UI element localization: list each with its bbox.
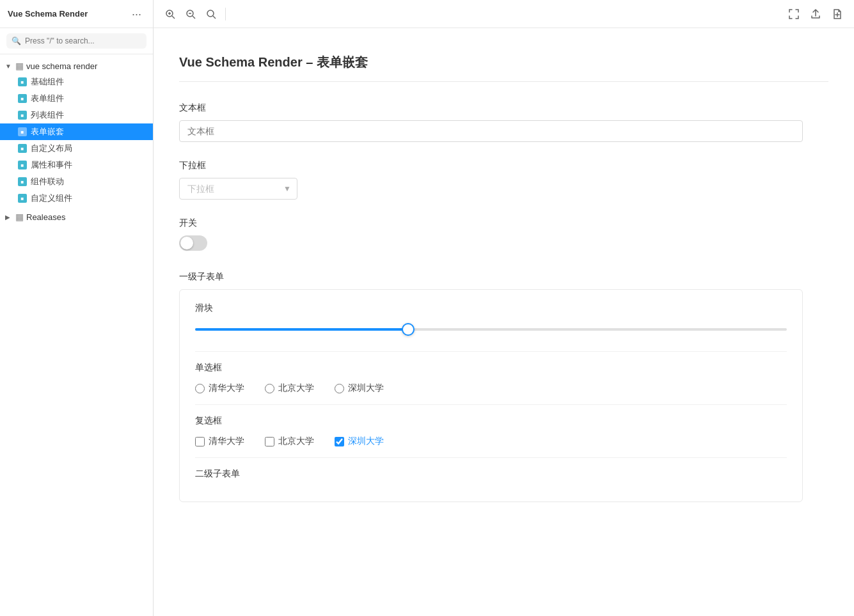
slider-fill (195, 328, 408, 331)
nested-sub-form-label: 二级子表单 (195, 468, 787, 480)
slider-label: 滑块 (195, 303, 787, 314)
sidebar-item-props-events[interactable]: ■ 属性和事件 (0, 157, 153, 173)
zoom-out-button[interactable] (182, 6, 200, 22)
sidebar-item-label-custom-layout: 自定义布局 (31, 143, 72, 154)
expand-icon: ▼ (5, 63, 13, 70)
checkbox-label: 复选框 (195, 415, 787, 427)
share-icon (811, 9, 821, 19)
toggle-section: 开关 (179, 217, 828, 253)
zoom-in-button[interactable] (161, 6, 179, 22)
slider-container (195, 323, 787, 336)
export-icon (832, 9, 842, 19)
nav-group-header-vue[interactable]: ▼ ▦ vue schema render (0, 58, 153, 74)
checkbox-section: 复选框 清华大学 北京大学 深圳大学 (195, 415, 787, 447)
sidebar-more-button[interactable]: ··· (128, 7, 145, 21)
item-icon-basic: ■ (18, 77, 27, 86)
item-icon-list: ■ (18, 111, 27, 120)
slider-divider (195, 351, 787, 352)
nav-group-header-realeases[interactable]: ▶ ▦ Realeases (0, 209, 153, 225)
radio-input-2[interactable] (335, 384, 344, 393)
checkbox-input-2[interactable] (335, 437, 344, 446)
page-title: Vue Schema Render – 表单嵌套 (179, 54, 828, 71)
checkbox-option-0[interactable]: 清华大学 (195, 436, 244, 447)
sidebar-item-form[interactable]: ■ 表单组件 (0, 90, 153, 107)
checkbox-option-2[interactable]: 深圳大学 (335, 436, 384, 447)
slider-thumb[interactable] (402, 323, 415, 336)
sidebar-item-label-form: 表单组件 (31, 93, 64, 104)
radio-option-2[interactable]: 深圳大学 (335, 383, 384, 394)
sidebar-item-label-list: 列表组件 (31, 109, 64, 121)
item-icon-form: ■ (18, 94, 27, 103)
select-label: 下拉框 (179, 160, 828, 171)
fullscreen-button[interactable] (785, 6, 803, 22)
toggle-label: 开关 (179, 217, 828, 229)
item-icon-form-embed: ■ (18, 127, 27, 136)
checkbox-input-0[interactable] (195, 437, 205, 446)
item-icon-custom-layout: ■ (18, 144, 27, 153)
slider-track (195, 328, 787, 331)
reset-button[interactable] (202, 6, 220, 22)
radio-input-1[interactable] (265, 384, 274, 393)
share-button[interactable] (807, 6, 825, 22)
radio-section: 单选框 清华大学 北京大学 深圳大学 (195, 362, 787, 394)
sidebar: Vue Schema Render ··· 🔍 ▼ ▦ vue schema r… (0, 0, 154, 616)
sidebar-item-label-custom-component: 自定义组件 (31, 193, 72, 204)
radio-option-1[interactable]: 北京大学 (265, 383, 314, 394)
sidebar-item-label-form-embed: 表单嵌套 (31, 126, 64, 138)
sidebar-item-custom-component[interactable]: ■ 自定义组件 (0, 190, 153, 207)
reset-icon (206, 9, 216, 19)
title-divider (179, 81, 828, 82)
sidebar-item-form-embed[interactable]: ■ 表单嵌套 (0, 123, 153, 140)
select-section: 下拉框 下拉框 ▼ (179, 160, 828, 200)
sidebar-item-label-basic: 基础组件 (31, 76, 64, 88)
search-box[interactable]: 🔍 (6, 33, 146, 49)
content-area: Vue Schema Render – 表单嵌套 文本框 下拉框 下拉框 ▼ 开… (154, 28, 854, 616)
text-input-field[interactable] (179, 120, 803, 142)
sidebar-item-label-props-events: 属性和事件 (31, 159, 72, 171)
sub-form-label: 一级子表单 (179, 271, 828, 283)
slider-section: 滑块 (195, 303, 787, 336)
checkbox-group: 清华大学 北京大学 深圳大学 (195, 436, 787, 447)
sidebar-item-custom-layout[interactable]: ■ 自定义布局 (0, 140, 153, 157)
toggle-knob (180, 237, 193, 249)
select-field[interactable]: 下拉框 (179, 178, 297, 200)
item-icon-custom-component: ■ (18, 194, 27, 203)
radio-divider (195, 404, 787, 405)
svg-point-7 (207, 10, 214, 17)
radio-label-2: 深圳大学 (348, 383, 384, 394)
checkbox-divider (195, 457, 787, 458)
checkbox-option-1[interactable]: 北京大学 (265, 436, 314, 447)
radio-label: 单选框 (195, 362, 787, 374)
item-icon-linkage: ■ (18, 177, 27, 186)
main-panel: Vue Schema Render – 表单嵌套 文本框 下拉框 下拉框 ▼ 开… (154, 0, 854, 616)
export-button[interactable] (828, 6, 846, 22)
expand-icon-realeases: ▶ (5, 214, 13, 221)
search-input[interactable] (25, 36, 141, 45)
toolbar-right (785, 6, 846, 22)
text-input-section: 文本框 (179, 102, 828, 142)
zoom-out-icon (186, 9, 196, 19)
toggle-switch[interactable] (179, 235, 207, 251)
sidebar-item-linkage[interactable]: ■ 组件联动 (0, 173, 153, 190)
radio-group: 清华大学 北京大学 深圳大学 (195, 383, 787, 394)
toolbar-left (161, 6, 782, 22)
radio-label-1: 北京大学 (278, 383, 314, 394)
radio-option-0[interactable]: 清华大学 (195, 383, 244, 394)
sidebar-search-area: 🔍 (0, 28, 153, 54)
checkbox-input-1[interactable] (265, 437, 274, 446)
sidebar-title: Vue Schema Render (8, 9, 88, 19)
sidebar-item-list[interactable]: ■ 列表组件 (0, 107, 153, 123)
sidebar-item-basic[interactable]: ■ 基础组件 (0, 74, 153, 90)
sidebar-item-label-linkage: 组件联动 (31, 176, 64, 187)
toolbar (154, 0, 854, 28)
radio-input-0[interactable] (195, 384, 205, 393)
nav-group-realeases: ▶ ▦ Realeases (0, 209, 153, 225)
select-wrapper: 下拉框 ▼ (179, 178, 297, 200)
svg-line-1 (172, 16, 175, 19)
radio-label-0: 清华大学 (209, 383, 244, 394)
toggle-wrapper[interactable] (179, 235, 207, 251)
sidebar-header: Vue Schema Render ··· (0, 0, 153, 28)
sub-form-card: 滑块 单选框 清华大学 (179, 289, 803, 502)
checkbox-label-2: 深圳大学 (348, 436, 384, 447)
checkbox-label-0: 清华大学 (209, 436, 244, 447)
